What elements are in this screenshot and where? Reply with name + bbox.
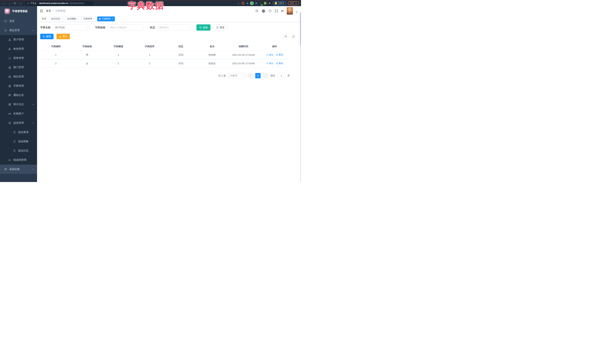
next-page-button[interactable]: › [263, 73, 268, 78]
toggle-search-icon[interactable] [283, 34, 289, 39]
status-select[interactable]: 数据状态 [157, 24, 192, 31]
sidebar-item-menus[interactable]: 菜单管理 [0, 53, 37, 63]
tab-dict-data[interactable]: 字典数据 × [97, 16, 115, 21]
url-path: /dict/type/data/1 [69, 2, 85, 4]
url-host: dashboard.yudao.iocoder.cn [39, 2, 68, 4]
breadcrumb-separator: / [53, 10, 54, 12]
tab-label: 字典数据 [102, 17, 111, 20]
add-button[interactable]: 新增 [40, 34, 54, 39]
cell-status: 开启 [165, 59, 196, 68]
extension-orange-icon[interactable] [242, 2, 244, 5]
sidebar-item-dict[interactable]: 字典管理 [0, 81, 37, 91]
extension-leaf-icon[interactable]: ❖ [264, 2, 267, 5]
sidebar-item-sms-channel[interactable]: 短信渠道 [0, 128, 37, 137]
sidebar-item-sms-template[interactable]: 短信模板 [0, 137, 37, 146]
edit-link[interactable]: 修改 [266, 53, 273, 56]
browser-forward-icon[interactable]: → [7, 2, 11, 5]
navbar-right: ? tT [255, 7, 298, 15]
dict-name-select[interactable]: 用户性别 [53, 24, 89, 31]
close-icon[interactable]: × [77, 18, 78, 20]
table-header-row: 字典编码 字典标签 字典键值 字典排序 状态 备注 创建时间 操作 [40, 42, 290, 51]
book-icon [8, 85, 11, 87]
collapse-sidebar-icon[interactable] [40, 9, 43, 13]
extension-check-icon[interactable]: ✓ [250, 2, 253, 5]
sidebar-item-sms[interactable]: 短信管理 [0, 118, 37, 128]
sidebar-item-roles[interactable]: 角色管理 [0, 44, 37, 53]
sidebar-item-label: 短信管理 [13, 121, 24, 125]
browser-update-button[interactable]: 更新 ⋮ [288, 1, 299, 5]
cell-remark: 性别男 [196, 51, 228, 59]
avatar[interactable] [287, 7, 293, 15]
close-icon[interactable]: × [93, 18, 94, 20]
sidebar-item-sms-log[interactable]: 短信日志 [0, 146, 37, 155]
tab-home[interactable]: 首页 [40, 16, 48, 21]
dict-label-input[interactable] [110, 26, 141, 29]
dict-label-inputbox [108, 24, 143, 31]
search-button[interactable]: 搜索 [196, 24, 210, 31]
sidebar-menu: 首页 系统管理 用户管理 角色管理 [0, 16, 37, 174]
search-icon[interactable] [255, 9, 259, 13]
extension-sliders-icon[interactable]: ◆ [255, 2, 258, 5]
browser-extensions-area: ☆ ◆ ✓ ◆ ❖ ✦ 已暂停 更新 ⋮ [237, 1, 299, 5]
delete-link[interactable]: 删除 [276, 62, 283, 65]
close-icon[interactable]: × [112, 18, 113, 20]
reset-button[interactable]: 重置 [213, 24, 227, 31]
page-scrollbar[interactable] [300, 12, 301, 182]
tab-sms-log[interactable]: 短信日志 × [49, 16, 64, 21]
edit-link[interactable]: 修改 [266, 62, 273, 65]
not-secure-label: 不安全 [30, 2, 36, 5]
browser-back-icon[interactable]: ← [2, 2, 6, 5]
cell-created: 2021-01-05 17:03:48 [228, 59, 259, 68]
edit-link-label: 修改 [269, 62, 273, 65]
sidebar-item-infrastructure[interactable]: 基础设施 [0, 165, 37, 174]
font-size-icon[interactable]: tT [281, 10, 284, 13]
help-icon[interactable]: ? [269, 10, 271, 13]
bookmark-star-icon[interactable]: ☆ [237, 2, 240, 5]
browser-menu-kebab-icon[interactable]: ⋮ [295, 2, 297, 4]
sidebar-item-system[interactable]: 系统管理 [0, 26, 37, 35]
sidebar-item-home[interactable]: 首页 [0, 16, 37, 26]
extension-on-icon[interactable] [259, 2, 262, 5]
extensions-puzzle-icon[interactable]: ✦ [268, 2, 271, 5]
page-size-select[interactable]: 10条/页 [228, 73, 246, 78]
tab-sms-template[interactable]: 短信模板 × [65, 16, 80, 21]
shield-check-icon [8, 122, 11, 125]
cell-value: 1 [103, 51, 134, 59]
delete-link[interactable]: 删除 [276, 53, 283, 56]
breadcrumb-current: 字典数据 [55, 9, 65, 13]
cell-label: 女 [72, 59, 103, 68]
chevron-down-icon [188, 26, 190, 28]
sidebar-item-error-code[interactable]: 错误码管理 [0, 155, 37, 165]
breadcrumb-home[interactable]: 首页 [46, 9, 51, 13]
extension-gem-icon[interactable]: ◆ [246, 2, 249, 5]
sidebar-item-users[interactable]: 用户管理 [0, 35, 37, 44]
col-dict-code: 字典编码 [40, 42, 72, 51]
sidebar-item-label: 错误码管理 [13, 158, 26, 162]
close-icon[interactable]: × [61, 18, 62, 20]
sidebar-item-online-users[interactable]: 在线用户 [0, 109, 37, 118]
sidebar-item-posts[interactable]: 岗位管理 [0, 72, 37, 81]
sidebar-item-notice[interactable]: 通知公告 [0, 91, 37, 100]
col-remark: 备注 [196, 42, 228, 51]
sidebar-logo-row[interactable]: 芋道管理系统 [0, 6, 37, 16]
browser-reload-icon[interactable]: ↻ [13, 2, 17, 5]
overlay-page-title: 字典数据 [128, 0, 164, 11]
current-page-button[interactable]: 1 [255, 73, 261, 78]
refresh-icon[interactable] [291, 34, 296, 39]
paused-extension-badge[interactable]: 已暂停 [273, 1, 286, 5]
export-button[interactable]: 导出 [56, 34, 70, 39]
avatar-caret-icon[interactable] [296, 12, 298, 13]
prev-page-button[interactable]: ‹ [248, 73, 253, 78]
sidebar-bottom-filler [0, 174, 37, 182]
sidebar-item-label: 用户管理 [13, 38, 24, 41]
browser-home-icon[interactable]: ⌂ [19, 2, 22, 5]
fullscreen-icon[interactable] [275, 9, 278, 13]
github-icon[interactable] [262, 9, 265, 13]
phone-icon [13, 140, 16, 143]
sidebar-item-departments[interactable]: 部门管理 [0, 63, 37, 72]
tab-dict-manage[interactable]: 字典管理 × [81, 16, 96, 21]
goto-page-input[interactable] [278, 73, 285, 78]
address-bar[interactable]: ⚠ 不安全 dashboard.yudao.iocoder.cn /dict/t… [25, 1, 94, 5]
sidebar-item-audit-log[interactable]: 审计日志 [0, 100, 37, 109]
sidebar-item-label: 菜单管理 [13, 56, 24, 60]
